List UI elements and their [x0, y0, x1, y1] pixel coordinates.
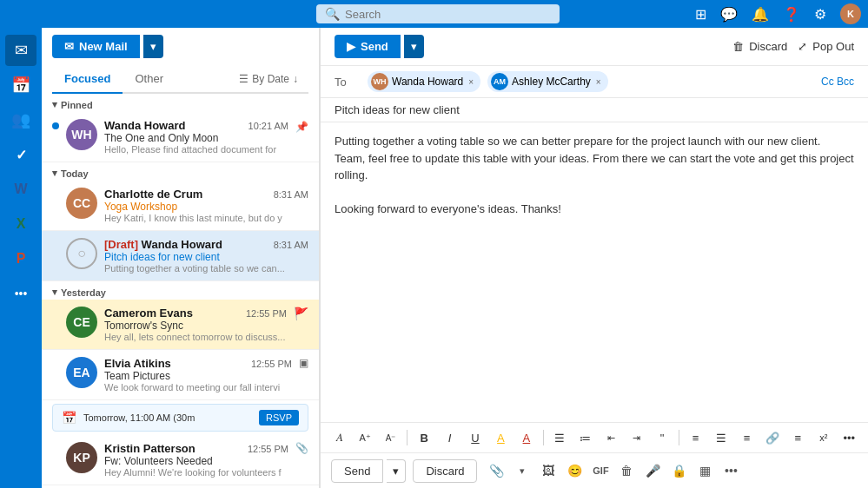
apps-icon[interactable]: ⊞ — [695, 6, 706, 23]
mail-time: 12:55 PM — [248, 444, 288, 454]
people-icon: 👥 — [11, 110, 30, 129]
mail-time: 12:55 PM — [246, 308, 287, 319]
voice-button[interactable]: 🎤 — [640, 458, 665, 483]
rail-people[interactable]: 👥 — [5, 104, 36, 135]
bell-icon[interactable]: 🔔 — [752, 6, 769, 23]
mail-item[interactable]: EA Elvia Atikins 12:55 PM Team Pictures … — [42, 350, 319, 400]
bottom-send-button[interactable]: Send — [331, 459, 383, 483]
mail-item[interactable]: KP Kristin Patterson 12:55 PM Fw: Volunt… — [42, 435, 319, 485]
mail-preview: Putting together a voting table so we ca… — [104, 263, 308, 274]
send-arrow-icon: ▶ — [347, 40, 355, 53]
numbering-button[interactable]: ≔ — [573, 426, 597, 449]
compose-body[interactable]: Putting together a voting table so we ca… — [321, 122, 868, 422]
collapse-icon: ▾ — [52, 287, 57, 298]
avatar: CE — [66, 307, 97, 338]
recipient-chip-ashley[interactable]: AM Ashley McCarthy × — [487, 71, 608, 92]
filter-row[interactable]: ☰ By Date ↓ — [229, 69, 308, 89]
section-pinned[interactable]: ▾ Pinned — [42, 94, 319, 112]
attach-button[interactable]: 📎 — [484, 458, 508, 483]
cc-bcc-button[interactable]: Cc Bcc — [821, 76, 854, 88]
style-button[interactable]: 𝐴 — [328, 426, 351, 449]
search-box[interactable]: 🔍 Search — [316, 4, 560, 23]
recipient-name-wanda: Wanda Howard — [392, 76, 463, 88]
font-size-down[interactable]: A⁻ — [379, 426, 402, 449]
popout-button[interactable]: ⤢ Pop Out — [798, 40, 854, 53]
table-button[interactable]: ▦ — [692, 458, 717, 483]
compose-bottom-row: Send ▾ Discard 📎 ▾ 🖼 😊 GIF 🗑 🎤 🔒 ▦ ••• — [321, 452, 868, 488]
rsvp-button[interactable]: RSVP — [259, 410, 299, 425]
avatar[interactable]: K — [840, 3, 861, 24]
search-icon: 🔍 — [325, 7, 340, 21]
pin-icon: 📌 — [295, 121, 308, 155]
rail-ppt[interactable]: P — [5, 243, 36, 274]
underline-button[interactable]: U — [463, 426, 487, 449]
trash-icon: 🗑 — [732, 40, 744, 53]
send-dropdown[interactable]: ▾ — [404, 35, 424, 58]
remove-recipient-ashley[interactable]: × — [596, 77, 601, 87]
help-icon[interactable]: ❓ — [783, 6, 800, 23]
tab-other[interactable]: Other — [123, 65, 176, 94]
align-right-button[interactable]: ≡ — [735, 426, 759, 449]
attach-dropdown[interactable]: ▾ — [510, 458, 534, 483]
to-field: To WH Wanda Howard × AM Ashley McCarthy … — [321, 66, 868, 98]
image-button[interactable]: 🖼 — [536, 458, 560, 483]
encrypt-button[interactable]: 🔒 — [666, 458, 691, 483]
bottom-send-dropdown[interactable]: ▾ — [387, 459, 406, 483]
quote-button[interactable]: " — [650, 426, 673, 449]
indent-inc-button[interactable]: ⇥ — [625, 426, 648, 449]
subject-field[interactable]: Pitch ideas for new client — [321, 98, 868, 122]
rail-mail[interactable]: ✉ — [5, 35, 36, 66]
superscript-button[interactable]: x² — [812, 426, 835, 449]
mail-item[interactable]: CC Charlotte de Crum 8:31 AM Yoga Worksh… — [42, 181, 319, 231]
align-left-button[interactable]: ≡ — [684, 426, 707, 449]
rail-excel[interactable]: X — [5, 208, 36, 240]
delete-button[interactable]: 🗑 — [614, 458, 639, 483]
indent-dec-button[interactable]: ⇤ — [600, 426, 623, 449]
section-yesterday[interactable]: ▾ Yesterday — [42, 281, 319, 300]
rail-calendar[interactable]: 📅 — [5, 69, 36, 101]
recipient-chip-wanda[interactable]: WH Wanda Howard × — [368, 71, 480, 92]
remove-recipient-wanda[interactable]: × — [468, 77, 474, 87]
discard-button[interactable]: 🗑 Discard — [732, 40, 787, 53]
font-color-button[interactable]: A — [514, 426, 538, 449]
popout-icon: ⤢ — [798, 40, 807, 53]
rail-todo[interactable]: ✓ — [5, 139, 36, 170]
to-label: To — [335, 76, 361, 89]
gif-button[interactable]: GIF — [588, 458, 613, 483]
mail-item[interactable]: WH Wanda Howard 10:21 AM The One and Onl… — [42, 112, 319, 162]
chat-icon[interactable]: 💬 — [720, 6, 738, 23]
separator — [543, 430, 544, 445]
mail-subject: Fw: Volunteers Needed — [104, 455, 288, 467]
mail-time: 10:21 AM — [248, 121, 288, 131]
align-center-button[interactable]: ☰ — [709, 426, 732, 449]
mail-item-selected[interactable]: ○ [Draft] Wanda Howard 8:31 AM Pitch ide… — [42, 231, 319, 281]
new-mail-button[interactable]: ✉ New Mail — [52, 35, 140, 58]
bottom-discard-button[interactable]: Discard — [413, 459, 477, 483]
body-paragraph-1: Putting together a voting table so we ca… — [335, 133, 854, 184]
link-button[interactable]: 🔗 — [760, 426, 784, 449]
rail-more-apps[interactable]: ••• — [5, 278, 36, 309]
bullets-button[interactable]: ☰ — [548, 426, 572, 449]
compose-panel: ▶ Send ▾ 🗑 Discard ⤢ Pop Out To — [320, 28, 868, 488]
italic-button[interactable]: I — [438, 426, 461, 449]
body-paragraph-2: Looking forward to everyone's ideas. Tha… — [335, 201, 854, 218]
bold-button[interactable]: B — [412, 426, 435, 449]
mail-subject: Yoga Workshop — [104, 201, 308, 213]
recipient-name-ashley: Ashley McCarthy — [512, 76, 591, 88]
rail-word[interactable]: W — [5, 174, 36, 205]
highlight-button[interactable]: A — [489, 426, 513, 449]
mail-preview: Hey all, lets connect tomorrow to discus… — [104, 332, 287, 342]
more-format-button[interactable]: ••• — [838, 426, 861, 449]
tab-focused[interactable]: Focused — [52, 65, 123, 94]
emoji-button[interactable]: 😊 — [562, 458, 586, 483]
new-mail-dropdown[interactable]: ▾ — [143, 35, 163, 58]
send-button[interactable]: ▶ Send — [335, 35, 401, 58]
search-input[interactable]: Search — [345, 8, 519, 21]
settings-icon[interactable]: ⚙ — [814, 6, 826, 23]
more-align-button[interactable]: ≡ — [786, 426, 810, 449]
font-size-up[interactable]: A⁺ — [353, 426, 376, 449]
more-bottom-button[interactable]: ••• — [719, 458, 743, 483]
section-today[interactable]: ▾ Today — [42, 162, 319, 181]
mail-item[interactable]: CE Camerom Evans 12:55 PM Tomorrow's Syn… — [42, 300, 319, 350]
avatar: KP — [66, 442, 97, 473]
